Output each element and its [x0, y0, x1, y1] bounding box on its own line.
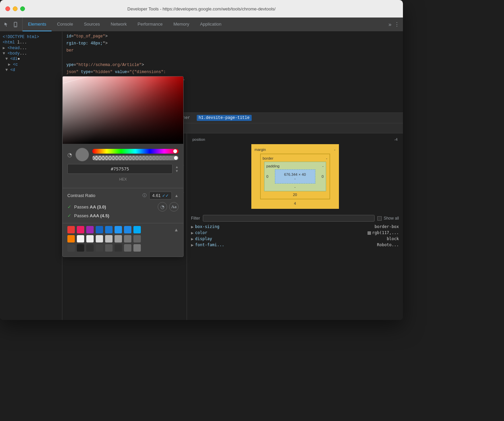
mobile-icon[interactable]	[12, 21, 19, 28]
swatch-gray2[interactable]	[105, 235, 113, 242]
html-line[interactable]: <html l...	[0, 40, 62, 45]
bottom-value: 20	[293, 193, 297, 197]
minimize-button[interactable]	[13, 6, 18, 11]
contrast-checkmarks: ✓✓	[162, 193, 169, 198]
swatch-dark1[interactable]	[67, 244, 75, 252]
bottom-padding: -	[266, 185, 324, 189]
computed-filter-input[interactable]	[203, 215, 375, 222]
swatch-blue[interactable]	[105, 226, 113, 233]
html-line[interactable]: ▼ <d	[0, 67, 62, 73]
show-all-checkbox[interactable]	[377, 216, 382, 221]
show-all-row: Show all	[377, 216, 399, 221]
hue-thumb[interactable]	[173, 149, 177, 153]
tab-application[interactable]: Application	[195, 18, 227, 31]
expand-arrow-box-sizing[interactable]: ▶	[191, 225, 194, 229]
hue-slider[interactable]	[92, 149, 179, 154]
prop-name-display: display	[195, 236, 387, 241]
tab-elements[interactable]: Elements	[23, 18, 52, 31]
swatch-cyan[interactable]	[133, 226, 141, 233]
swatch-dark7[interactable]	[124, 244, 131, 252]
toolbar-icons	[0, 18, 23, 31]
tab-performance[interactable]: Performance	[132, 18, 168, 31]
html-line[interactable]: ▶ <head...	[0, 45, 62, 51]
swatch-dark6[interactable]	[115, 244, 122, 252]
more-options-icon[interactable]: ⋮	[394, 21, 400, 28]
eyedropper-icon[interactable]: ◔	[67, 152, 72, 158]
contrast-expand-icon[interactable]: ▲	[175, 193, 179, 198]
html-line[interactable]: ▼ <di●	[0, 56, 62, 62]
swatch-white1[interactable]	[77, 235, 84, 242]
hex-increment[interactable]: ▲	[175, 165, 179, 169]
swatch-purple[interactable]	[86, 226, 94, 233]
cursor-icon[interactable]	[3, 21, 10, 28]
prop-value-box-sizing: border-box	[375, 224, 399, 229]
swatches-row-2	[67, 235, 179, 242]
swatch-dark2[interactable]	[77, 244, 84, 252]
eyedropper-action-icon[interactable]: ◔	[158, 202, 167, 212]
prop-value-font-family: Roboto...	[377, 242, 399, 247]
hex-input[interactable]	[71, 166, 169, 171]
swatch-gray1[interactable]	[96, 235, 103, 242]
margin-value: -	[334, 148, 336, 152]
swatch-pink[interactable]	[77, 226, 84, 233]
swatch-orange[interactable]	[67, 235, 75, 242]
computed-section: Filter Show all ▶ box-sizing border-box	[191, 213, 399, 248]
html-line[interactable]: ▼ <body...	[0, 51, 62, 56]
swatches-section: ▲	[63, 223, 183, 257]
bottom-margin: 4	[255, 201, 336, 205]
content-row: 0 676.344 × 40 - 0	[266, 169, 324, 184]
computed-prop-box-sizing[interactable]: ▶ box-sizing border-box	[191, 224, 399, 230]
tab-console[interactable]: Console	[52, 18, 78, 31]
tab-network[interactable]: Network	[105, 18, 132, 31]
swatch-gray5[interactable]	[133, 235, 141, 242]
swatch-gray4[interactable]	[124, 235, 131, 242]
close-button[interactable]	[5, 6, 10, 11]
position-label: position	[192, 137, 205, 141]
hex-decrement[interactable]: ▼	[175, 169, 179, 173]
swatch-dark3[interactable]	[86, 244, 94, 252]
prop-value-display: block	[387, 236, 399, 241]
swatch-blue2[interactable]	[124, 226, 131, 233]
computed-prop-display[interactable]: ▶ display block	[191, 236, 399, 242]
tab-sources[interactable]: Sources	[78, 18, 105, 31]
more-tabs-icon[interactable]: »	[388, 22, 391, 28]
swatch-red[interactable]	[67, 226, 75, 233]
main-area: <!DOCTYPE html> <html l... ▶ <head... ▼ …	[0, 32, 403, 320]
swatch-white2[interactable]	[86, 235, 94, 242]
passes-aa-check: ✓	[67, 204, 71, 209]
passes-aa-label: Passes AA (3.0)	[74, 204, 106, 209]
prop-name-box-sizing: box-sizing	[195, 224, 375, 229]
left-value: 0	[266, 174, 269, 179]
swatches-expand-icon[interactable]: ▲	[174, 227, 179, 232]
passes-aaa-row: ✓ Passes AAA (4.5)	[67, 213, 179, 218]
computed-prop-color[interactable]: ▶ color rgb(117,...	[191, 230, 399, 236]
alpha-thumb[interactable]	[174, 156, 178, 160]
computed-prop-font-family[interactable]: ▶ font-fami... Roboto...	[191, 242, 399, 248]
expand-arrow-display[interactable]: ▶	[191, 237, 194, 241]
expand-arrow-color[interactable]: ▶	[191, 231, 194, 235]
tab-memory[interactable]: Memory	[168, 18, 195, 31]
swatch-light-blue[interactable]	[115, 226, 122, 233]
alpha-slider[interactable]	[92, 156, 179, 160]
swatch-dark-blue[interactable]	[96, 226, 103, 233]
swatch-dark4[interactable]	[96, 244, 103, 252]
right-value: 0	[321, 174, 323, 179]
toolbar-tabs: Elements Console Sources Network Perform…	[23, 18, 385, 31]
contrast-info-icon[interactable]: ⓘ	[143, 193, 147, 198]
maximize-button[interactable]	[20, 6, 25, 11]
toolbar-end: » ⋮	[385, 18, 403, 31]
swatch-gray3[interactable]	[115, 235, 122, 242]
breadcrumb-active[interactable]: h1.devsite-page-title	[197, 115, 252, 121]
hex-label: HEX	[119, 177, 127, 181]
swatch-dark5[interactable]	[105, 244, 113, 252]
window-title: Developer Tools - https://developers.goo…	[127, 6, 276, 11]
aa-preview-icon[interactable]: Aa	[169, 202, 179, 212]
hex-input-wrap	[67, 164, 172, 174]
color-gradient[interactable]	[63, 76, 183, 144]
prop-value-color: rgb(117,...	[368, 230, 399, 235]
html-line: <!DOCTYPE html>	[0, 34, 62, 40]
swatch-dark8[interactable]	[133, 244, 141, 252]
expand-arrow-font-family[interactable]: ▶	[191, 243, 194, 247]
html-line[interactable]: ▶ <c	[0, 62, 62, 67]
bottom-border: 20	[263, 193, 327, 197]
